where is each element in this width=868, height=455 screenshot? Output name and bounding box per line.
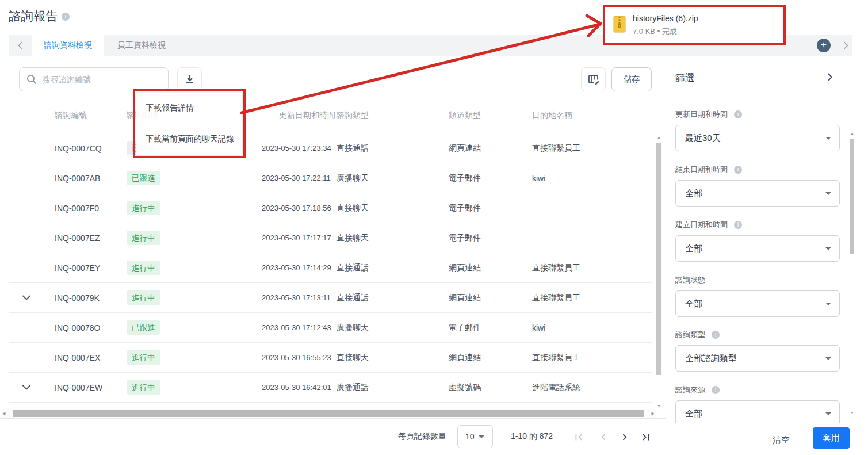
table-row[interactable]: INQ-0007EY進行中2023-05-30 17:14:29直接通話網頁連結… [9, 253, 652, 283]
apply-filters-button[interactable]: 套用 [813, 427, 850, 449]
tab-label: 員工資料檢視 [117, 40, 166, 51]
destination-name: 進階電話系統 [532, 383, 652, 393]
per-page-select[interactable]: 10 [457, 425, 493, 448]
previous-page-button[interactable] [597, 431, 610, 443]
scrollbar-thumb[interactable] [656, 143, 661, 375]
updated-datetime: 2023-05-30 17:23:34 [262, 144, 337, 152]
download-button[interactable] [177, 67, 202, 91]
channel-type: 網頁連結 [449, 293, 532, 303]
next-page-button[interactable] [618, 431, 631, 443]
channel-type: 虛擬號碼 [449, 383, 532, 393]
info-icon[interactable]: i [712, 386, 720, 394]
table-row[interactable]: INQ-00079K進行中2023-05-30 17:13:11直接通話網頁連結… [9, 283, 652, 313]
table-row[interactable]: INQ-00078O已跟進2023-05-30 17:12:43廣播聊天電子郵件… [9, 313, 652, 343]
filter-value: 最近30天 [685, 133, 721, 144]
caret-down-icon [825, 247, 831, 250]
filter-update-datetime: 更新日期和時間i 最近30天 [675, 109, 840, 151]
per-page-value: 10 [465, 432, 475, 441]
download-notification-texts: historyFiles (6).zip 7.0 KB • 完成 [633, 14, 698, 37]
info-icon[interactable]: i [734, 221, 742, 229]
table-row[interactable]: INQ-0007EZ進行中2023-05-30 17:17:17直接聊天電子郵件… [9, 223, 652, 253]
sidebar-divider [666, 98, 868, 98]
title-info-icon[interactable]: i [62, 13, 70, 21]
table-row[interactable]: INQ-0007EX進行中2023-05-30 16:55:23直接聊天網頁連結… [9, 343, 652, 373]
col-header-inquiry-id[interactable]: 諮詢編號 [55, 110, 127, 121]
inquiry-status-cell: 已跟進 [127, 320, 262, 335]
tabs-scroll-left-button[interactable] [9, 35, 32, 56]
col-header-channel-type[interactable]: 頻道類型 [449, 110, 532, 121]
inquiry-id: INQ-0007EX [55, 353, 127, 362]
destination-name: – [532, 204, 652, 213]
caret-down-icon [825, 357, 831, 360]
inquiry-status-cell: 已跟進 [127, 171, 262, 186]
status-badge: 進行中 [127, 350, 160, 365]
updated-datetime: 2023-05-30 17:18:56 [262, 204, 337, 212]
inquiry-type: 直接通話 [337, 143, 449, 154]
tab-inquiry-data-view[interactable]: 諮詢資料檢視 [32, 35, 104, 56]
tabs-scroll-right-button[interactable] [839, 35, 852, 56]
chevron-right-icon [618, 431, 631, 443]
menu-item-download-current-page-chats[interactable]: 下載當前頁面的聊天記錄 [136, 124, 242, 155]
table-row[interactable]: INQ-0007CQ已結束2023-05-30 17:23:34直接通話網頁連結… [9, 133, 652, 163]
first-page-button[interactable] [572, 431, 585, 443]
filter-label: 建立日期和時間 [675, 220, 728, 230]
updated-datetime: 2023-05-30 17:13:11 [262, 293, 337, 302]
table-row[interactable]: INQ-0007EW進行中2023-05-30 16:42:01廣播通話虛擬號碼… [9, 373, 652, 403]
chevron-right-icon [827, 72, 833, 82]
sidebar-scrollbar[interactable]: ▲ ▼ [850, 130, 855, 416]
scrollbar-thumb[interactable] [850, 139, 854, 254]
pagination-bar: 每頁記錄數量 10 1-10 的 872 [0, 418, 666, 455]
channel-type: 電子郵件 [449, 233, 532, 243]
col-header-destination[interactable]: 目的地名稱 [532, 110, 652, 121]
inquiry-status-cell: 進行中 [127, 201, 262, 216]
add-tab-button[interactable]: + [817, 39, 831, 52]
last-page-button[interactable] [640, 431, 652, 443]
table-body: INQ-0007CQ已結束2023-05-30 17:23:34直接通話網頁連結… [9, 133, 652, 403]
destination-name: 直接聯繫員工 [532, 263, 652, 273]
inquiry-report-page: 諮詢報告i 諮詢資料檢視 員工資料檢視 + 儲存 [0, 0, 868, 455]
download-icon [183, 73, 196, 86]
status-badge: 已跟進 [127, 171, 160, 186]
filter-inquiry-type-select[interactable]: 全部諮詢類型 [675, 345, 840, 372]
search-input[interactable] [19, 67, 169, 91]
download-meta: 7.0 KB • 完成 [633, 26, 698, 37]
download-notification[interactable]: historyFiles (6).zip 7.0 KB • 完成 [603, 5, 786, 45]
col-header-inquiry-type[interactable]: 諮詢類型 [337, 110, 449, 121]
collapse-sidebar-button[interactable] [827, 72, 833, 84]
table-vertical-scrollbar[interactable]: ▲ ▼ [656, 134, 662, 409]
table-horizontal-scrollbar[interactable]: ◀ ▶ [1, 409, 656, 418]
save-button[interactable]: 儲存 [611, 67, 652, 91]
filter-end-datetime-select[interactable]: 全部 [675, 180, 840, 207]
updated-datetime: 2023-05-30 17:22:11 [262, 174, 337, 182]
info-icon[interactable]: i [712, 331, 720, 339]
filter-inquiry-status-select[interactable]: 全部 [675, 290, 840, 317]
info-icon[interactable]: i [734, 110, 742, 118]
channel-type: 網頁連結 [449, 263, 532, 273]
menu-item-download-report-details[interactable]: 下載報告詳情 [136, 93, 242, 124]
filter-create-datetime-select[interactable]: 全部 [675, 235, 840, 262]
filter-value: 全部 [685, 188, 702, 199]
last-page-icon [640, 431, 652, 443]
info-icon[interactable]: i [734, 166, 742, 174]
table-row[interactable]: INQ-0007F0進行中2023-05-30 17:18:56直接聊天電子郵件… [9, 193, 652, 223]
table-header-row: 諮詢編號 諮詢狀態 更新日期和時間 諮詢類型 頻道類型 目的地名稱 [9, 98, 652, 133]
scrollbar-thumb[interactable] [13, 410, 644, 417]
row-expander[interactable] [9, 295, 55, 301]
search-icon [26, 74, 37, 85]
row-expander[interactable] [9, 385, 55, 391]
filter-update-datetime-select[interactable]: 最近30天 [675, 125, 840, 151]
filter-label: 諮詢類型 [675, 330, 705, 340]
inquiry-id: INQ-0007EZ [55, 234, 127, 243]
scroll-down-icon: ▼ [656, 404, 662, 408]
download-filename: historyFiles (6).zip [633, 14, 698, 23]
col-header-updated[interactable]: 更新日期和時間 [262, 110, 337, 121]
destination-name: kiwi [532, 323, 652, 332]
scroll-left-icon: ◀ [2, 411, 5, 416]
table-row[interactable]: INQ-0007AB已跟進2023-05-30 17:22:11廣播聊天電子郵件… [9, 163, 652, 193]
tab-employee-data-view[interactable]: 員工資料檢視 [104, 35, 179, 56]
clear-filters-button[interactable]: 清空 [764, 430, 798, 450]
inquiry-status-cell: 進行中 [127, 350, 262, 365]
edit-columns-button[interactable] [581, 67, 606, 91]
filter-sidebar: 篩選 更新日期和時間i 最近30天 結束日期和時間i 全部 建立日期和時間i 全… [666, 56, 868, 455]
inquiry-id: INQ-0007CQ [55, 144, 127, 153]
